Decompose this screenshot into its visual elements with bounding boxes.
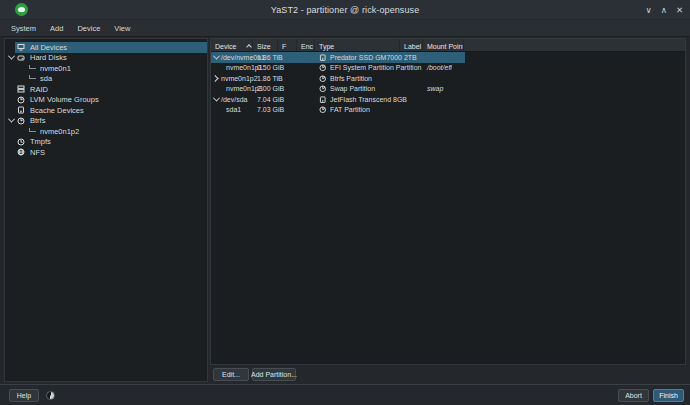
column-header-enc[interactable]: Enc [297, 39, 315, 51]
raid-icon [17, 85, 26, 94]
tree-line-icon [29, 128, 36, 132]
device-tree-sidebar: All Devices Hard Disks nvme0n1 sda [4, 38, 208, 382]
column-header-filler [464, 39, 685, 51]
table-row-sda1[interactable]: sda1 7.03 GiB FAT Partition [211, 105, 465, 116]
devices-table: Device Size F Enc Type Label Mount Point… [210, 38, 686, 365]
window-controls: ∨ ∧ ✕ [645, 0, 683, 20]
device-name: /dev/sda [221, 96, 247, 103]
sidebar-item-label: LVM Volume Groups [30, 95, 99, 104]
size-cell: 0.50 GiB [253, 64, 278, 71]
sort-ascending-icon [247, 44, 253, 50]
window-title: YaST2 - partitioner @ rick-opensuse [0, 5, 690, 15]
bcache-disk-icon [17, 106, 26, 115]
chevron-right-icon[interactable] [212, 75, 219, 82]
menu-system[interactable]: System [4, 22, 43, 35]
sidebar-item-label: Btrfs [30, 116, 45, 125]
close-icon[interactable]: ✕ [676, 6, 683, 15]
tree-line-icon [29, 65, 36, 69]
type-cell: Predator SSD GM7000 2TB [330, 54, 417, 61]
finish-button[interactable]: Finish [653, 389, 684, 402]
sidebar-item-label: nvme0n1 [40, 64, 71, 73]
type-cell: JetFlash Transcend 8GB [330, 96, 407, 103]
btrfs-pie-icon [17, 116, 26, 125]
column-header-label[interactable]: Label [400, 39, 423, 51]
column-header-type[interactable]: Type [315, 39, 400, 51]
sidebar-item-label: nvme0n1p2 [40, 127, 79, 136]
type-cell: Btrfs Partition [330, 75, 372, 82]
size-cell: 2.00 GiB [253, 85, 278, 92]
device-name: sda1 [226, 106, 241, 113]
sidebar-item-tmpfs[interactable]: Tmpfs [5, 137, 207, 148]
sidebar-item-all-devices[interactable]: All Devices [5, 42, 207, 53]
table-header: Device Size F Enc Type Label Mount Point [211, 39, 685, 52]
partition-pie-icon [319, 74, 327, 82]
table-row-sda[interactable]: /dev/sda 7.04 GiB JetFlash Transcend 8GB [211, 94, 465, 105]
partition-pie-icon [319, 64, 327, 72]
size-cell: 1.86 TiB [253, 54, 278, 61]
table-row-nvme0n1p1[interactable]: nvme0n1p1 0.50 GiB EFI System Partition … [211, 63, 465, 74]
sidebar-item-lvm-volume-groups[interactable]: LVM Volume Groups [5, 95, 207, 106]
sidebar-item-label: Hard Disks [30, 53, 67, 62]
add-partition-button[interactable]: Add Partition... [252, 368, 296, 381]
theme-toggle-icon[interactable] [46, 391, 55, 400]
sidebar-item-label: NFS [30, 148, 45, 157]
sidebar-item-nvme0n1[interactable]: nvme0n1 [5, 63, 207, 74]
titlebar: YaST2 - partitioner @ rick-opensuse ∨ ∧ … [0, 0, 690, 20]
yast2-partitioner-window: YaST2 - partitioner @ rick-opensuse ∨ ∧ … [0, 0, 690, 405]
column-header-size[interactable]: Size [253, 39, 278, 51]
help-button[interactable]: Help [9, 389, 39, 402]
table-row-nvme0n1p2[interactable]: nvme0n1p2 1.86 TiB Btrfs Partition [211, 73, 465, 84]
sidebar-item-nvme0n1p2[interactable]: nvme0n1p2 [5, 126, 207, 137]
chevron-down-icon[interactable] [213, 52, 220, 59]
sidebar-item-label: Tmpfs [30, 137, 51, 146]
sidebar-item-btrfs[interactable]: Btrfs [5, 116, 207, 127]
menu-device[interactable]: Device [70, 22, 107, 35]
sidebar-item-label: Bcache Devices [30, 106, 84, 115]
minimize-icon[interactable]: ∨ [645, 6, 651, 15]
maximize-icon[interactable]: ∧ [661, 6, 667, 15]
menu-add[interactable]: Add [43, 22, 70, 35]
yast-logo-icon [15, 3, 28, 16]
edit-button[interactable]: Edit... [213, 368, 249, 381]
type-cell: FAT Partition [330, 106, 370, 113]
chevron-down-icon[interactable] [7, 53, 14, 60]
clock-icon [17, 137, 26, 146]
tree-line-icon [29, 75, 36, 79]
type-cell: Swap Partition [330, 85, 375, 92]
sidebar-item-bcache-devices[interactable]: Bcache Devices [5, 105, 207, 116]
footer-separator [0, 384, 690, 385]
sidebar-item-label: All Devices [30, 43, 67, 52]
sidebar-item-raid[interactable]: RAID [5, 84, 207, 95]
size-cell: 1.86 TiB [253, 75, 278, 82]
abort-button[interactable]: Abort [618, 389, 649, 402]
chevron-down-icon[interactable] [213, 94, 220, 101]
sidebar-item-nfs[interactable]: NFS [5, 147, 207, 158]
table-row-nvme0n1[interactable]: /dev/nvme0n1 1.86 TiB Predator SSD GM700… [211, 52, 465, 63]
type-cell: EFI System Partition Partition [330, 64, 421, 71]
disk-icon [319, 53, 327, 61]
menu-view[interactable]: View [107, 22, 137, 35]
mount-point-cell: /boot/efi [423, 64, 464, 71]
table-row-nvme0n1p3[interactable]: nvme0n1p3 2.00 GiB Swap Partition swap [211, 84, 465, 95]
partition-pie-icon [319, 85, 327, 93]
size-cell: 7.04 GiB [253, 96, 278, 103]
column-header-device[interactable]: Device [211, 39, 253, 51]
partition-pie-icon [319, 106, 327, 114]
menubar: System Add Device View [0, 20, 690, 37]
hard-disk-icon [17, 53, 26, 62]
column-header-f[interactable]: F [278, 39, 297, 51]
lvm-pie-icon [17, 95, 26, 104]
sidebar-item-label: RAID [30, 85, 48, 94]
globe-icon [17, 148, 26, 157]
column-header-mount-point[interactable]: Mount Point [423, 39, 464, 51]
computer-icon [17, 43, 26, 52]
sidebar-item-label: sda [40, 74, 52, 83]
mount-point-cell: swap [423, 85, 464, 92]
disk-icon [319, 95, 327, 103]
sidebar-item-hard-disks[interactable]: Hard Disks [5, 53, 207, 64]
chevron-down-icon[interactable] [7, 116, 14, 123]
sidebar-item-sda[interactable]: sda [5, 74, 207, 85]
size-cell: 7.03 GiB [253, 106, 278, 113]
